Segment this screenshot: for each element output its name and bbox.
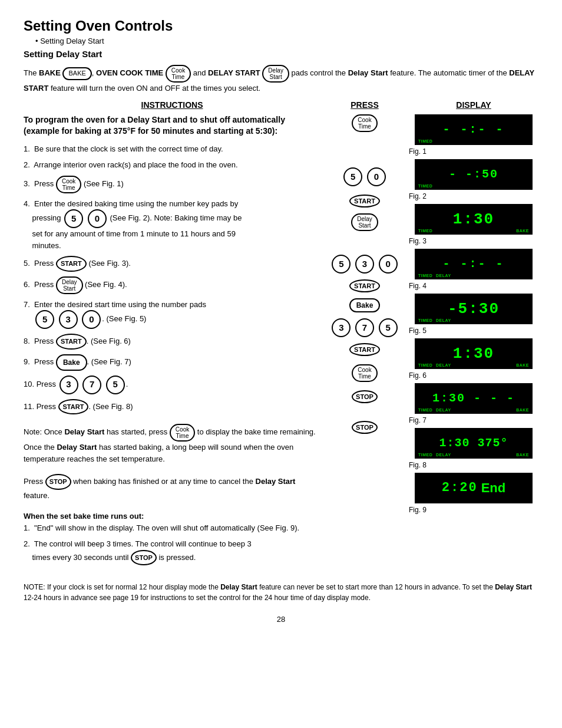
bake-button-inline: BAKE xyxy=(62,67,91,80)
stop-note: Press STOP when baking has finished or a… xyxy=(24,474,320,501)
bake-btn-step9: Bake xyxy=(56,354,87,371)
display-column: DISPLAY - -:- - TIMED Fig. 1 - -:50 TIME… xyxy=(409,100,538,518)
delay-start-note: Note: Once Delay Start has started, pres… xyxy=(24,424,320,465)
step-3: 3. Press CookTime (See Fig. 1) xyxy=(24,176,320,193)
num-5-step10: 5 xyxy=(106,375,125,394)
instructions-header: INSTRUCTIONS xyxy=(24,100,320,110)
fig3-label: Fig. 3 xyxy=(409,237,538,245)
press-step3: CookTime xyxy=(326,114,403,132)
fig5-label: Fig. 5 xyxy=(409,327,538,335)
stop-btn-note: STOP xyxy=(45,474,71,490)
press-stop-note: STOP xyxy=(326,390,403,403)
display-fig9: 2:20 End xyxy=(415,473,533,503)
step-4: 4. Enter the desired baking time using t… xyxy=(24,198,320,252)
press-spacer-4 xyxy=(326,140,403,164)
step-5: 5. Press START (See Fig. 3). xyxy=(24,256,320,272)
end-text: End xyxy=(481,480,506,496)
press-note-cooktime: CookTime xyxy=(326,364,403,382)
fig1-label: Fig. 1 xyxy=(409,147,538,156)
main-instruction: To program the oven for a Delay Start an… xyxy=(24,114,320,137)
start-btn-step5: START xyxy=(56,256,87,272)
start-btn-step8: START xyxy=(56,334,87,350)
press-delay-6: DelayStart xyxy=(351,213,378,231)
press-step5: START xyxy=(326,195,403,207)
step-6: 6. Press DelayStart (See Fig. 4). xyxy=(24,276,320,294)
fig4-label: Fig. 4 xyxy=(409,282,538,290)
bake-runs-out-section: When the set bake time runs out: 1. "End… xyxy=(24,510,320,565)
stop-btn-end: STOP xyxy=(131,550,157,566)
press-bake-9: Bake xyxy=(349,298,381,312)
step-1: 1. Be sure that the clock is set with th… xyxy=(24,143,320,155)
display-fig3: 1:30 TIMED BAKE xyxy=(415,204,533,235)
step-11: 11. Press START. (See Fig. 8) xyxy=(24,399,320,415)
step-10: 10. Press 3 7 5. xyxy=(24,375,320,394)
num-3-step10: 3 xyxy=(59,375,78,394)
page-number: 28 xyxy=(24,615,538,624)
fig6-label: Fig. 6 xyxy=(409,371,538,380)
press-step8: START xyxy=(326,279,403,292)
display-fig1: - -:- - TIMED xyxy=(415,114,533,145)
press-step4: 5 0 xyxy=(326,167,403,186)
fig9-label: Fig. 9 xyxy=(409,506,538,514)
press-header: PRESS xyxy=(326,100,403,110)
instructions-column: INSTRUCTIONS To program the oven for a D… xyxy=(24,100,320,571)
press-5-10: 5 xyxy=(379,318,398,337)
press-5-4: 5 xyxy=(343,167,362,186)
press-0-4: 0 xyxy=(367,167,386,186)
display-fig7: 1:30 - - - TIMED DELAY BAKE xyxy=(415,383,533,414)
display-header: DISPLAY xyxy=(409,100,538,110)
cook-time-button-inline: CookTime xyxy=(166,65,191,83)
press-step6: DelayStart xyxy=(326,213,403,231)
fig8-label: Fig. 8 xyxy=(409,461,538,469)
num-7-step10: 7 xyxy=(82,375,101,394)
press-column: PRESS CookTime 5 0 START DelayStart 5 3 … xyxy=(326,100,403,442)
press-stop-2: STOP xyxy=(352,421,378,434)
page-title: Setting Oven Controls xyxy=(24,18,538,34)
press-start-8: START xyxy=(349,279,380,292)
press-step11: START xyxy=(326,343,403,356)
press-stop-end: STOP xyxy=(326,421,403,434)
cook-time-btn-note: CookTime xyxy=(170,424,195,442)
display-fig2: - -:50 TIMED xyxy=(415,159,533,190)
press-3-10: 3 xyxy=(332,318,351,337)
num-5-step4: 5 xyxy=(64,209,83,228)
press-step10: 3 7 5 xyxy=(326,318,403,337)
step-2: 2. Arrange interior oven rack(s) and pla… xyxy=(24,159,320,171)
press-cook-time-3: CookTime xyxy=(352,114,377,132)
step-7: 7. Enter the desired start time using th… xyxy=(24,299,320,330)
fig7-label: Fig. 7 xyxy=(409,416,538,424)
press-step7: 5 3 0 xyxy=(326,255,403,274)
num-3-step7: 3 xyxy=(59,310,78,329)
num-0-step7: 0 xyxy=(82,310,101,329)
press-stop: STOP xyxy=(352,390,378,403)
press-step9: Bake xyxy=(326,298,403,312)
press-3-7: 3 xyxy=(355,255,374,274)
cook-time-btn-step3: CookTime xyxy=(56,176,81,193)
step-9: 9. Press Bake. (See Fig. 7) xyxy=(24,354,320,371)
press-cook-time-note: CookTime xyxy=(352,364,377,382)
press-spacer-7 xyxy=(326,239,403,251)
start-btn-step11: START xyxy=(58,399,89,415)
press-0-7: 0 xyxy=(379,255,398,274)
press-7-10: 7 xyxy=(355,318,374,337)
delay-start-button-inline: DelayStart xyxy=(262,65,289,83)
step-8: 8. Press START. (See Fig. 6) xyxy=(24,334,320,350)
press-start-11: START xyxy=(349,343,380,356)
display-fig4: - -:- - TIMED DELAY xyxy=(415,249,533,279)
section-title: Setting Delay Start xyxy=(24,49,538,59)
display-fig5: -5:30 TIMED DELAY xyxy=(415,294,533,324)
press-5-7: 5 xyxy=(332,255,351,274)
intro-text: The BAKE BAKE, OVEN COOK TIME CookTime a… xyxy=(24,65,538,94)
num-5-step7: 5 xyxy=(35,310,54,329)
bottom-note: NOTE: If your clock is set for normal 12… xyxy=(24,582,538,603)
delay-start-btn-step6: DelayStart xyxy=(56,276,83,294)
display-fig6: 1:30 TIMED DELAY BAKE xyxy=(415,338,533,369)
num-0-step4: 0 xyxy=(88,209,107,228)
fig2-label: Fig. 2 xyxy=(409,192,538,200)
breadcrumb: • Setting Delay Start xyxy=(35,37,538,45)
press-start-5: START xyxy=(349,195,380,207)
display-fig8: 1:30 375° TIMED DELAY BAKE xyxy=(415,428,533,459)
